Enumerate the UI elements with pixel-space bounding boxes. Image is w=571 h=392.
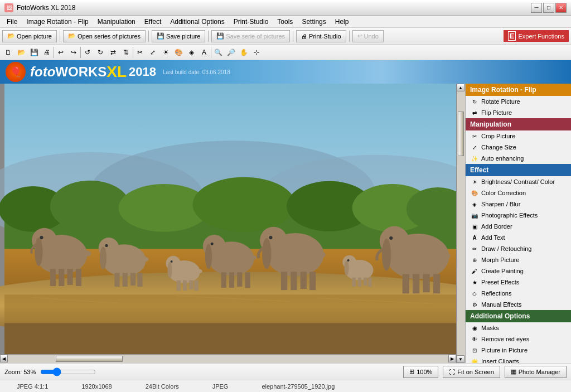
icon-open[interactable]: 📂 (15, 46, 27, 59)
expert-e-label: E (508, 31, 516, 41)
scroll-down-arrow[interactable]: ▼ (457, 355, 464, 363)
menu-file[interactable]: File (2, 17, 22, 27)
menu-effect[interactable]: Effect (140, 17, 166, 27)
scroll-thumb-h[interactable] (56, 356, 123, 362)
panel-item-flip-picture[interactable]: ⇄ Flip Picture (466, 107, 571, 118)
open-picture-button[interactable]: 📂 Open picture (2, 30, 57, 42)
icon-flip-h[interactable]: ⇄ (107, 46, 119, 59)
logo-bar: 🎈 foto WORKS XL 2018 Last build date: 03… (0, 60, 571, 84)
zoom-100-button[interactable]: ⊞ 100% (403, 366, 438, 378)
icon-save[interactable]: 💾 (28, 46, 40, 59)
icon-text[interactable]: A (198, 46, 210, 59)
toolbar-sep-3 (208, 31, 209, 42)
icon-rotate-left[interactable]: ↺ (81, 46, 94, 59)
svg-rect-51 (237, 272, 242, 287)
toolbar-sep-5 (349, 31, 350, 42)
save-series-button[interactable]: 💾 Save serie of pictures (211, 30, 290, 42)
preset-label: Preset Effects (481, 279, 519, 285)
icon-crop[interactable]: ✂ (134, 46, 146, 59)
scroll-up-arrow[interactable]: ▲ (457, 84, 464, 91)
icon-redo[interactable]: ↪ (67, 46, 80, 59)
panel-item-masks[interactable]: ◉ Masks (466, 322, 571, 333)
svg-rect-67 (352, 278, 356, 287)
menu-image-rotation[interactable]: Image Rotation - Flip (22, 17, 93, 27)
maximize-button[interactable]: □ (543, 3, 554, 13)
icon-print[interactable]: 🖨 (41, 46, 53, 59)
panel-item-photo-effects[interactable]: 📷 Photographic Effects (466, 210, 571, 221)
menu-print-studio[interactable]: Print-Studio (229, 17, 273, 27)
panel-item-sharpen-blur[interactable]: ◈ Sharpen / Blur (466, 199, 571, 210)
zoom-slider[interactable] (40, 367, 96, 376)
panel-item-auto-enhance[interactable]: ✨ Auto enhancing (466, 153, 571, 164)
photo-manager-button[interactable]: ▦ Photo Manager (505, 366, 567, 378)
panel-item-draw-retouch[interactable]: ✏ Draw / Retouching (466, 243, 571, 254)
panel-item-morph[interactable]: ⊕ Morph Picture (466, 254, 571, 265)
svg-rect-70 (368, 278, 371, 287)
icon-brightness[interactable]: ☀ (159, 46, 172, 59)
icon-new[interactable]: 🗋 (2, 46, 14, 59)
expert-functions-label[interactable]: Expert Functions (518, 33, 564, 40)
panel-item-crop[interactable]: ✂ Crop Picture (466, 130, 571, 142)
menu-help[interactable]: Help (331, 17, 354, 27)
icon-hand[interactable]: ✋ (238, 46, 250, 59)
fit-screen-button[interactable]: ⛶ Fit on Screen (443, 366, 500, 378)
undo-button[interactable]: ↩ Undo (352, 30, 384, 42)
svg-point-80 (389, 236, 393, 240)
icon-zoom-in[interactable]: 🔍 (212, 46, 224, 59)
panel-item-color-correction[interactable]: 🎨 Color Correction (466, 187, 571, 199)
cliparts-icon: 🌟 (470, 357, 479, 363)
minimize-button[interactable]: ─ (531, 3, 542, 13)
panel-item-create-painting[interactable]: 🖌 Create Painting (466, 265, 571, 277)
save-picture-button[interactable]: 💾 Save picture (152, 30, 205, 42)
panel-item-manual-effects[interactable]: ⚙ Manual Effects (466, 299, 571, 310)
svg-point-36 (105, 244, 108, 247)
menu-additional-options[interactable]: Additional Options (166, 17, 229, 27)
add-text-label: Add Text (481, 234, 505, 241)
status-bar: JPEG 4:1:1 1920x1068 24Bit Colors JPEG e… (0, 380, 571, 392)
panel-item-rotate-picture[interactable]: ↻ Rotate Picture (466, 96, 571, 107)
menu-tools[interactable]: Tools (273, 17, 297, 27)
logo-works: WORKS (55, 64, 107, 80)
svg-rect-60 (301, 272, 307, 289)
panel-item-add-text[interactable]: A Add Text (466, 232, 571, 243)
toolbar-sep-1 (60, 31, 60, 42)
morph-icon: ⊕ (470, 255, 479, 264)
icon-rotate-right[interactable]: ↻ (94, 46, 107, 59)
panel-item-brightness[interactable]: ☀ Brightness/ Contrast/ Color (466, 176, 571, 187)
icon-undo[interactable]: ↩ (55, 46, 67, 59)
icon-sharpen[interactable]: ◈ (185, 46, 197, 59)
vertical-scrollbar[interactable]: ▲ ▼ (456, 84, 465, 363)
panel-item-change-size[interactable]: ⤢ Change Size (466, 142, 571, 153)
svg-point-6 (50, 181, 130, 232)
horizontal-scrollbar[interactable]: ◀ ▶ (0, 354, 456, 363)
status-resolution: 1920x1068 (81, 383, 112, 390)
svg-point-21 (35, 238, 42, 266)
scroll-thumb-v[interactable] (458, 112, 464, 156)
icon-sep-3 (133, 47, 133, 58)
svg-point-39 (167, 262, 172, 278)
svg-rect-61 (309, 272, 316, 290)
icon-resize[interactable]: ⤢ (147, 46, 159, 59)
morph-label: Morph Picture (481, 257, 519, 263)
icon-select[interactable]: ⊹ (250, 46, 263, 59)
scroll-left-arrow[interactable]: ◀ (0, 355, 8, 362)
icon-zoom-out[interactable]: 🔎 (225, 46, 237, 59)
close-button[interactable]: ✕ (555, 3, 567, 13)
logo-year: 2018 (129, 65, 156, 79)
panel-item-add-border[interactable]: ▣ Add Border (466, 221, 571, 232)
scroll-right-arrow[interactable]: ▶ (448, 355, 456, 362)
print-studio-button[interactable]: 🖨 Print-Studio (296, 30, 346, 42)
panel-item-insert-cliparts[interactable]: 🌟 Insert Cliparts (466, 356, 571, 363)
icon-flip-v[interactable]: ⇅ (120, 46, 132, 59)
panel-item-picture-in-picture[interactable]: ⊡ Picture in Picture (466, 345, 571, 356)
menu-manipulation[interactable]: Manipulation (93, 17, 140, 27)
open-series-button[interactable]: 📂 Open series of pictures (63, 30, 146, 42)
section-header-rotation: Image Rotation - Flip (466, 84, 571, 96)
menu-settings[interactable]: Settings (297, 17, 330, 27)
icon-color[interactable]: 🎨 (172, 46, 185, 59)
panel-item-remove-red-eyes[interactable]: 👁 Remove red eyes (466, 333, 571, 345)
menu-bar: File Image Rotation - Flip Manipulation … (0, 16, 571, 28)
panel-item-preset-effects[interactable]: ★ Preset Effects (466, 277, 571, 288)
panel-item-reflections[interactable]: ◇ Reflections (466, 288, 571, 299)
image-area[interactable]: ▲ ▼ ◀ ▶ (0, 84, 465, 363)
